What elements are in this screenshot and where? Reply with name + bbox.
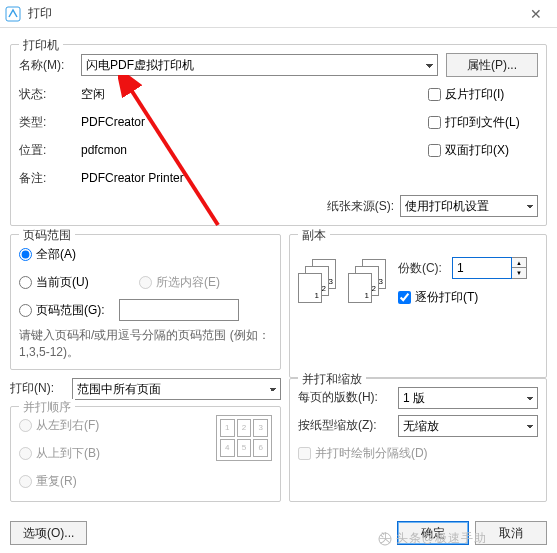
tofile-checkbox[interactable]: 打印到文件(L) [428, 114, 538, 131]
collate-diagram-1: 3 2 1 [298, 259, 338, 305]
comment-label: 备注: [19, 170, 75, 187]
window-title: 打印 [28, 5, 519, 22]
app-logo-icon [4, 5, 22, 23]
print-n-select[interactable]: 范围中所有页面 [72, 378, 281, 400]
order-diagram: 123 456 [216, 415, 272, 461]
scale-label: 按纸型缩放(Z): [298, 417, 392, 434]
paper-source-label: 纸张来源(S): [327, 198, 394, 215]
range-pages-radio[interactable]: 页码范围(G): [19, 302, 119, 319]
where-value: pdfcmon [81, 143, 428, 157]
printer-legend: 打印机 [19, 37, 63, 54]
collate-checkbox[interactable]: 逐份打印(T) [398, 289, 527, 306]
name-label: 名称(M): [19, 57, 75, 74]
order-legend: 并打顺序 [19, 399, 75, 416]
order-tb-radio: 从上到下(B) [19, 445, 100, 462]
order-rep-radio: 重复(R) [19, 473, 77, 490]
properties-button[interactable]: 属性(P)... [446, 53, 538, 77]
status-value: 空闲 [81, 86, 428, 103]
merge-legend: 并打和缩放 [298, 371, 366, 388]
range-legend: 页码范围 [19, 227, 75, 244]
divider-checkbox: 并打时绘制分隔线(D) [298, 445, 428, 462]
printer-name-select[interactable]: 闪电PDF虚拟打印机 [81, 54, 438, 76]
range-selection-radio: 所选内容(E) [139, 274, 220, 291]
paper-source-select[interactable]: 使用打印机设置 [400, 195, 538, 217]
range-all-radio[interactable]: 全部(A) [19, 246, 76, 263]
copies-count-spinner[interactable]: ▲▼ [452, 257, 527, 279]
range-hint: 请键入页码和/或用逗号分隔的页码范围 (例如：1,3,5-12)。 [19, 327, 272, 361]
print-n-label: 打印(N): [10, 380, 66, 397]
mirror-checkbox[interactable]: 反片打印(I) [428, 86, 538, 103]
range-current-radio[interactable]: 当前页(U) [19, 274, 139, 291]
duplex-checkbox[interactable]: 双面打印(X) [428, 142, 538, 159]
status-label: 状态: [19, 86, 75, 103]
options-button[interactable]: 选项(O)... [10, 521, 87, 545]
type-value: PDFCreator [81, 115, 428, 129]
where-label: 位置: [19, 142, 75, 159]
close-button[interactable]: ✕ [519, 2, 553, 26]
type-label: 类型: [19, 114, 75, 131]
collate-diagram-2: 3 2 1 [348, 259, 388, 305]
comment-value: PDFCreator Printer [81, 171, 538, 185]
range-pages-input[interactable] [119, 299, 239, 321]
pages-per-label: 每页的版数(H): [298, 389, 392, 406]
cancel-button[interactable]: 取消 [475, 521, 547, 545]
scale-select[interactable]: 无缩放 [398, 415, 538, 437]
order-lr-radio: 从左到右(F) [19, 417, 99, 434]
pages-per-select[interactable]: 1 版 [398, 387, 538, 409]
copies-legend: 副本 [298, 227, 330, 244]
ok-button[interactable]: 确定 [397, 521, 469, 545]
copies-count-label: 份数(C): [398, 260, 442, 277]
